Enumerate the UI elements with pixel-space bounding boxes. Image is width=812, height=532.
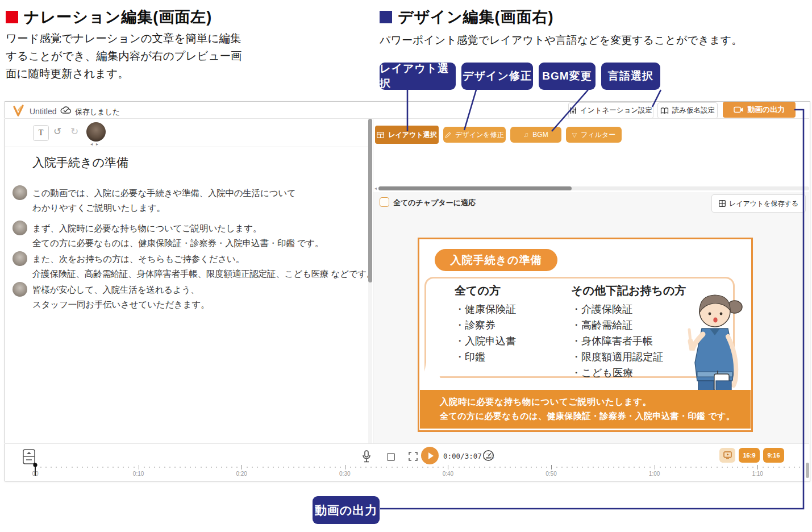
bgm-button[interactable]: ♫ BGM bbox=[510, 127, 561, 143]
ratio-9-16-button[interactable]: 9:16 bbox=[763, 448, 784, 463]
music-note-icon: ♫ bbox=[523, 131, 528, 139]
timeline-minor-tick bbox=[107, 467, 109, 468]
editor-toolbar-divider bbox=[5, 147, 369, 147]
redo-icon[interactable]: ↻ bbox=[70, 126, 78, 138]
stop-button[interactable] bbox=[387, 453, 395, 461]
paragraph-avatar[interactable] bbox=[13, 282, 27, 297]
timeline-major-tick bbox=[345, 465, 345, 469]
narration-line[interactable]: わかりやすくご説明いたします。 bbox=[32, 202, 165, 214]
text-tool-label: T bbox=[39, 128, 44, 138]
slide-col2-header[interactable]: その他下記お持ちの方 bbox=[571, 283, 686, 298]
design-scrollbar-thumb[interactable] bbox=[378, 186, 572, 190]
filter-button[interactable]: ▽ フィルター bbox=[566, 127, 622, 143]
timeline-tick-label: 0:20 bbox=[236, 471, 247, 477]
timeline-minor-tick bbox=[665, 467, 666, 468]
ratio-16-9-button[interactable]: 16:9 bbox=[739, 448, 760, 463]
callout-language-select: 言語選択 bbox=[601, 63, 660, 90]
paragraph-avatar[interactable] bbox=[13, 251, 27, 266]
chapter-title[interactable]: 入院手続きの準備 bbox=[32, 155, 128, 171]
apply-all-chapters-checkbox[interactable] bbox=[380, 197, 389, 207]
narration-line[interactable]: 皆様が安心して、入院生活を送れるよう、 bbox=[32, 284, 199, 296]
next-arrow-icon[interactable]: ▸ bbox=[96, 142, 102, 147]
timeline-minor-tick bbox=[505, 467, 506, 468]
slide-list-item[interactable]: ・介護保険証 bbox=[571, 301, 632, 317]
timeline-ruler[interactable]: 000:100:200:300:400:501:001:10 bbox=[0, 463, 812, 479]
narration-line[interactable]: 介護保険証、高齢需給証、身体障害者手帳、限度額適正認定証、こども医療 などです。 bbox=[32, 268, 375, 280]
timeline-minor-tick bbox=[134, 467, 135, 468]
export-video-button[interactable]: 動画の出力 bbox=[723, 102, 796, 118]
timeline-minor-tick bbox=[510, 467, 511, 468]
play-button[interactable] bbox=[421, 447, 439, 464]
right-section-description: パワーポイント感覚でレイアウトや言語などを変更することができます。 bbox=[380, 31, 742, 49]
timeline-minor-tick bbox=[484, 467, 485, 468]
narration-line[interactable]: まず、入院時に必要な持ち物についてご説明いたします。 bbox=[32, 223, 261, 235]
text-tool-button[interactable]: T bbox=[33, 125, 49, 141]
slide-list-item[interactable]: ・健康保険証 bbox=[455, 301, 516, 317]
timeline-tick-label: 1:00 bbox=[649, 471, 660, 477]
reading-kana-settings-button[interactable]: 読み仮名設定 bbox=[657, 102, 718, 119]
app-logo-icon[interactable] bbox=[13, 105, 25, 117]
timeline-major-tick bbox=[241, 465, 242, 469]
undo-icon[interactable]: ↺ bbox=[53, 126, 61, 138]
scroll-left-arrow-icon[interactable]: ◂ bbox=[374, 186, 377, 191]
timeline-minor-tick bbox=[236, 467, 238, 468]
slide-list-item[interactable]: ・身体障害者手帳 bbox=[571, 333, 653, 349]
slide-title-badge[interactable]: 入院手続きの準備 bbox=[435, 249, 557, 271]
microphone-icon[interactable] bbox=[362, 450, 371, 463]
callout-bgm-change: BGM変更 bbox=[539, 63, 596, 90]
timeline-minor-tick bbox=[660, 467, 661, 468]
project-title[interactable]: Untitled bbox=[30, 107, 56, 116]
timeline-minor-tick bbox=[77, 467, 78, 468]
timeline-playhead[interactable] bbox=[32, 463, 38, 476]
timeline-major-tick bbox=[757, 465, 758, 469]
timeline-minor-tick bbox=[722, 467, 723, 468]
fullscreen-icon[interactable] bbox=[409, 452, 418, 461]
editor-scrollbar-thumb[interactable] bbox=[368, 119, 372, 282]
timeline-minor-tick bbox=[768, 467, 769, 468]
timeline-minor-tick bbox=[174, 467, 176, 468]
timeline-minor-tick bbox=[628, 467, 630, 468]
narration-line[interactable]: スタッフ一同お手伝いさせていただきます。 bbox=[32, 299, 209, 311]
playback-speed-icon[interactable] bbox=[482, 450, 494, 462]
save-layout-button[interactable]: レイアウトを保存する bbox=[711, 194, 806, 213]
timeline-minor-tick bbox=[402, 467, 403, 468]
slide-list-item[interactable]: ・診察券 bbox=[455, 317, 495, 333]
avatar-switch-arrows[interactable]: ◂▸ bbox=[85, 142, 107, 147]
timeline-minor-tick bbox=[634, 467, 635, 468]
slide-col1-header[interactable]: 全ての方 bbox=[455, 283, 501, 298]
timeline-minor-tick bbox=[180, 467, 181, 468]
timeline-minor-tick bbox=[92, 467, 93, 468]
timeline-minor-tick bbox=[701, 467, 702, 468]
timeline-minor-tick bbox=[474, 467, 475, 468]
timeline-minor-tick bbox=[66, 467, 67, 468]
design-fix-button[interactable]: デザインを修正 bbox=[443, 127, 506, 143]
slide-list-item[interactable]: ・こども医療 bbox=[571, 365, 633, 381]
narrator-avatar[interactable] bbox=[86, 122, 106, 142]
slide-list-item[interactable]: ・限度額適用認定証 bbox=[571, 349, 663, 365]
timeline-minor-tick bbox=[216, 467, 217, 468]
timeline-minor-tick bbox=[298, 467, 299, 468]
pencil-icon bbox=[445, 132, 451, 138]
timeline-minor-tick bbox=[293, 467, 294, 468]
preview-mode-button[interactable] bbox=[719, 448, 735, 463]
narration-line[interactable]: また、次をお持ちの方は、そちらもご持参ください。 bbox=[32, 253, 244, 265]
timeline-minor-tick bbox=[582, 467, 583, 468]
paragraph-avatar[interactable] bbox=[13, 185, 27, 200]
timeline-minor-tick bbox=[737, 467, 738, 468]
slide-list-item[interactable]: ・入院申込書 bbox=[455, 333, 516, 349]
layout-select-button[interactable]: レイアウト選択 bbox=[375, 126, 439, 144]
slide-list-item[interactable]: ・高齢需給証 bbox=[571, 317, 632, 333]
slide-list-item[interactable]: ・印鑑 bbox=[455, 349, 485, 365]
left-desc-line2: することができ、編集内容が右のプレビュー画 bbox=[6, 47, 241, 65]
timeline-minor-tick bbox=[567, 467, 568, 468]
timeline-scrollbar-thumb[interactable] bbox=[806, 463, 809, 478]
narration-line[interactable]: この動画では、入院に必要な手続きや準備、入院中の生活について bbox=[32, 188, 296, 200]
avatar-panel-toggle-icon[interactable] bbox=[23, 449, 35, 464]
prev-arrow-icon[interactable]: ◂ bbox=[90, 142, 96, 147]
narration-line[interactable]: 全ての方に必要なものは、健康保険証・診察券・入院申込書・印鑑 です。 bbox=[32, 238, 323, 250]
intonation-settings-button[interactable]: イントネーション設定 bbox=[568, 102, 653, 119]
timeline-minor-tick bbox=[355, 467, 356, 468]
paragraph-avatar[interactable] bbox=[13, 221, 27, 235]
timeline-minor-tick bbox=[464, 467, 465, 468]
slide-subtitle-bar[interactable]: 入院時に必要な持ち物についてご説明いたします。 全ての方に必要なものは、健康保険… bbox=[420, 390, 751, 429]
